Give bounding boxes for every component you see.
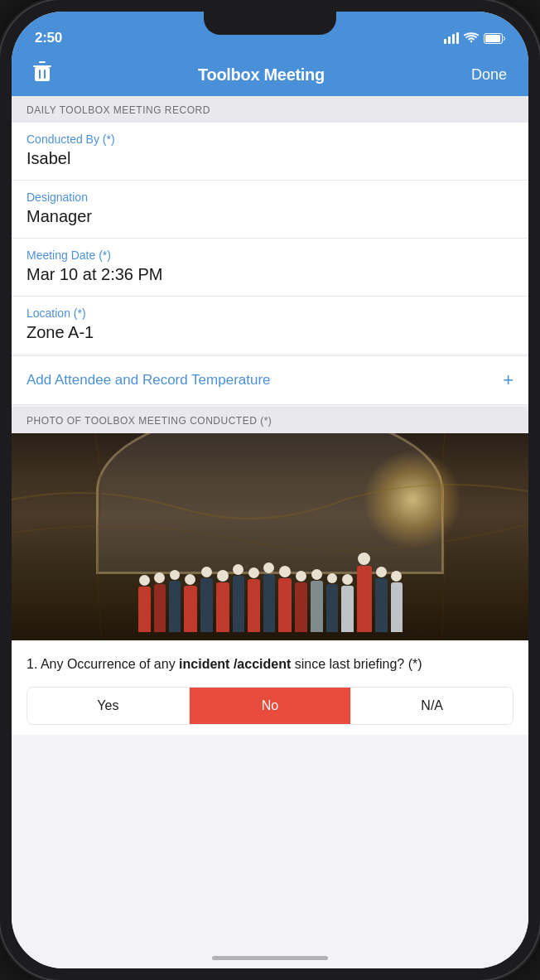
content-area: DAILY TOOLBOX MEETING RECORD Conducted B… bbox=[12, 96, 528, 968]
status-time: 2:50 bbox=[35, 30, 62, 46]
add-icon: + bbox=[503, 369, 513, 391]
designation-label: Designation bbox=[27, 191, 513, 204]
add-attendee-label: Add Attendee and Record Temperature bbox=[27, 372, 271, 389]
photo-section-header: PHOTO OF TOOLBOX MEETING CONDUCTED (*) bbox=[12, 407, 528, 433]
person-9 bbox=[263, 562, 275, 632]
person-13 bbox=[326, 573, 338, 632]
person-16 bbox=[375, 567, 388, 632]
person-2 bbox=[154, 572, 166, 632]
section-header: DAILY TOOLBOX MEETING RECORD bbox=[12, 96, 528, 123]
wifi-icon bbox=[464, 32, 479, 46]
add-attendee-row[interactable]: Add Attendee and Record Temperature + bbox=[12, 355, 528, 405]
person-6 bbox=[216, 570, 229, 632]
meeting-date-value: Mar 10 at 2:36 PM bbox=[27, 265, 513, 284]
question-text: 1. Any Occurrence of any incident /accid… bbox=[27, 655, 513, 673]
location-field[interactable]: Location (*) Zone A-1 bbox=[12, 297, 528, 354]
no-button[interactable]: No bbox=[190, 688, 352, 724]
phone-screen: 2:50 bbox=[12, 12, 528, 968]
signal-icon bbox=[444, 32, 459, 46]
notch bbox=[204, 12, 336, 35]
svg-rect-3 bbox=[456, 32, 459, 44]
conducted-by-value: Isabel bbox=[27, 149, 513, 168]
people-row bbox=[12, 500, 528, 632]
home-indicator bbox=[212, 956, 328, 960]
svg-rect-10 bbox=[44, 70, 46, 79]
delete-button[interactable] bbox=[27, 58, 58, 91]
person-17 bbox=[391, 571, 403, 632]
status-bar: 2:50 bbox=[12, 12, 528, 53]
photo-background bbox=[12, 433, 528, 640]
person-4 bbox=[184, 574, 197, 632]
meeting-date-label: Meeting Date (*) bbox=[27, 249, 513, 262]
person-14 bbox=[341, 574, 354, 632]
designation-value: Manager bbox=[27, 207, 513, 226]
location-label: Location (*) bbox=[27, 307, 513, 320]
svg-rect-9 bbox=[39, 70, 41, 79]
question-section: 1. Any Occurrence of any incident /accid… bbox=[12, 642, 528, 735]
person-11 bbox=[295, 571, 307, 632]
person-1 bbox=[138, 575, 151, 632]
svg-rect-1 bbox=[448, 36, 451, 44]
nav-bar: Toolbox Meeting Done bbox=[12, 53, 528, 96]
done-button[interactable]: Done bbox=[465, 63, 513, 87]
na-button[interactable]: N/A bbox=[351, 688, 513, 724]
person-3 bbox=[169, 570, 181, 632]
battery-icon bbox=[484, 33, 505, 46]
meeting-date-field[interactable]: Meeting Date (*) Mar 10 at 2:36 PM bbox=[12, 239, 528, 297]
photo-container[interactable] bbox=[12, 433, 528, 640]
conducted-by-label: Conducted By (*) bbox=[27, 133, 513, 146]
yes-button[interactable]: Yes bbox=[27, 688, 190, 724]
person-8 bbox=[248, 567, 260, 632]
svg-rect-0 bbox=[444, 39, 446, 44]
svg-rect-7 bbox=[39, 61, 46, 63]
phone-frame: 2:50 bbox=[0, 0, 540, 980]
question-prefix: Any Occurrence of any bbox=[41, 657, 176, 671]
person-7 bbox=[233, 564, 244, 632]
question-suffix: since last briefing? (*) bbox=[295, 657, 422, 671]
answer-buttons: Yes No N/A bbox=[27, 687, 513, 725]
status-icons bbox=[444, 32, 505, 46]
nav-title: Toolbox Meeting bbox=[198, 65, 325, 84]
svg-rect-5 bbox=[485, 35, 500, 42]
person-10 bbox=[278, 566, 292, 632]
question-bold: incident /accident bbox=[179, 657, 291, 671]
person-12 bbox=[311, 569, 323, 632]
conducted-by-field[interactable]: Conducted By (*) Isabel bbox=[12, 123, 528, 181]
svg-rect-8 bbox=[35, 67, 50, 81]
location-value: Zone A-1 bbox=[27, 323, 513, 342]
designation-field[interactable]: Designation Manager bbox=[12, 181, 528, 239]
person-5 bbox=[200, 567, 213, 632]
question-number: 1. bbox=[27, 657, 37, 671]
svg-rect-2 bbox=[452, 34, 455, 44]
person-15-presenter bbox=[357, 553, 372, 632]
svg-rect-6 bbox=[33, 65, 51, 67]
